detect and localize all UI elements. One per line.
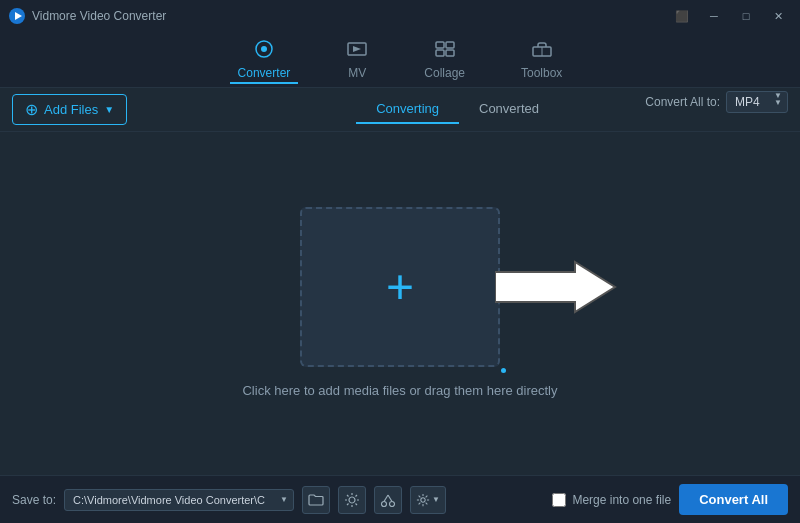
dot-indicator [501, 368, 506, 373]
maximize-button[interactable]: □ [732, 6, 760, 26]
svg-line-15 [388, 495, 392, 502]
drop-zone-container: + [300, 207, 500, 367]
format-select-wrapper: MP4 MKV AVI MOV MP3 ▼ [726, 91, 788, 113]
titlebar-controls: ⬛ ─ □ ✕ [668, 6, 792, 26]
save-path-select[interactable]: C:\Vidmore\Vidmore Video Converter\Conve… [64, 489, 294, 511]
nav-tab-mv[interactable]: MV [338, 36, 376, 84]
svg-point-13 [390, 501, 395, 506]
converter-icon [253, 40, 275, 63]
add-files-dropdown-icon: ▼ [104, 104, 114, 115]
gear-dropdown-arrow: ▼ [432, 495, 440, 504]
mv-icon [346, 40, 368, 63]
add-files-plus-icon: ⊕ [25, 100, 38, 119]
close-button[interactable]: ✕ [764, 6, 792, 26]
svg-marker-11 [495, 262, 615, 312]
add-files-label: Add Files [44, 102, 98, 117]
save-path-wrapper: C:\Vidmore\Vidmore Video Converter\Conve… [64, 489, 294, 511]
main-content: + Click here to add media files or drag … [0, 130, 800, 475]
svg-point-16 [421, 497, 425, 501]
sub-tab-converted[interactable]: Converted [459, 95, 559, 124]
title-bar: Vidmore Video Converter ⬛ ─ □ ✕ [0, 0, 800, 32]
cut-icon [380, 492, 396, 508]
merge-checkbox[interactable] [552, 493, 566, 507]
save-to-label: Save to: [12, 493, 56, 507]
convert-all-button[interactable]: Convert All [679, 484, 788, 515]
merge-label[interactable]: Merge into one file [572, 493, 671, 507]
drop-zone-plus-icon: + [386, 263, 414, 311]
toolbar: ⊕ Add Files ▼ Converting Converted Conve… [0, 88, 800, 132]
collage-icon [434, 40, 456, 63]
converter-label: Converter [238, 66, 291, 80]
svg-line-14 [384, 495, 388, 502]
sub-tab-converting[interactable]: Converting [356, 95, 459, 124]
add-files-button[interactable]: ⊕ Add Files ▼ [12, 94, 127, 125]
svg-rect-5 [436, 42, 444, 48]
folder-icon [308, 493, 324, 507]
bottom-bar: Save to: C:\Vidmore\Vidmore Video Conver… [0, 475, 800, 523]
mv-label: MV [348, 66, 366, 80]
app-title: Vidmore Video Converter [32, 9, 166, 23]
app-logo-icon [8, 7, 26, 25]
svg-point-3 [261, 46, 267, 52]
browse-folder-button[interactable] [302, 486, 330, 514]
sub-tabs: Converting Converted [356, 95, 559, 124]
title-bar-left: Vidmore Video Converter [8, 7, 166, 25]
drop-zone-hint-text: Click here to add media files or drag th… [242, 383, 557, 398]
toolbox-label: Toolbox [521, 66, 562, 80]
gear-icon [416, 493, 430, 507]
nav-tab-toolbox[interactable]: Toolbox [513, 36, 570, 84]
nav-tabs: Converter MV Collage [0, 32, 800, 88]
convert-all-to: Convert All to: MP4 MKV AVI MOV MP3 ▼ [645, 91, 788, 113]
drop-zone[interactable]: + [300, 207, 500, 367]
merge-checkbox-wrapper: Merge into one file [552, 493, 671, 507]
minimize-button[interactable]: ─ [700, 6, 728, 26]
svg-rect-8 [446, 50, 454, 56]
toolbar-inner: ⊕ Add Files ▼ Converting Converted Conve… [12, 94, 788, 125]
svg-rect-7 [436, 50, 444, 56]
gear-dropdown-button[interactable]: ▼ [410, 486, 446, 514]
collage-label: Collage [424, 66, 465, 80]
cut-button[interactable] [374, 486, 402, 514]
svg-point-12 [382, 501, 387, 506]
toolbox-icon [531, 40, 553, 63]
format-select[interactable]: MP4 MKV AVI MOV MP3 [726, 91, 788, 113]
settings-icon [344, 492, 360, 508]
arrow-indicator [495, 257, 625, 317]
settings-button[interactable] [338, 486, 366, 514]
svg-rect-6 [446, 42, 454, 48]
chat-button[interactable]: ⬛ [668, 6, 696, 26]
nav-tab-converter[interactable]: Converter [230, 36, 299, 84]
nav-tab-collage[interactable]: Collage [416, 36, 473, 84]
convert-all-to-label: Convert All to: [645, 95, 720, 109]
